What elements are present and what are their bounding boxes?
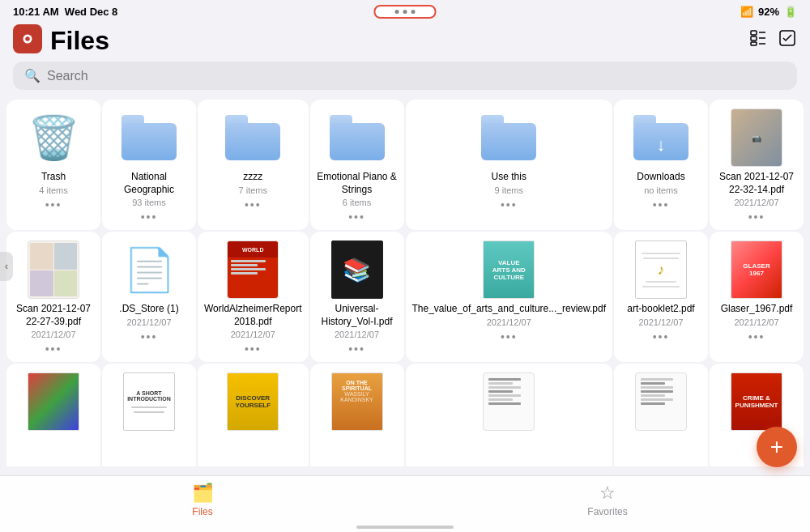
item-options[interactable]: ••• — [45, 198, 62, 211]
grid-icon — [748, 28, 768, 48]
item-name: Use this — [492, 171, 526, 184]
item-name: .DS_Store (1) — [119, 303, 178, 316]
status-time-date: 10:21 AM Wed Dec 8 — [13, 6, 117, 18]
list-item[interactable]: ON THESPIRITUAL WASSILYKANDINSKY — [310, 364, 404, 466]
item-options[interactable]: ••• — [501, 330, 518, 343]
folder-icon — [224, 109, 281, 166]
tab-files[interactable]: 🗂️ Files — [0, 483, 405, 517]
header-icons — [748, 28, 797, 53]
list-item[interactable]: ↓ Downloads no items ••• — [614, 100, 708, 230]
list-item[interactable]: GLASER1967 Glaser_1967.pdf 2021/12/07 ••… — [710, 232, 804, 362]
red-book2-icon: CRIME &PUNISHMENT — [728, 373, 785, 430]
item-meta: 6 items — [343, 198, 371, 207]
list-item[interactable]: A SHORTINTRODUCTION — [102, 364, 196, 466]
list-item[interactable]: 📷 Scan 2021-12-07 22-32-14.pdf 2021/12/0… — [710, 100, 804, 230]
tab-favorites[interactable]: ☆ Favorites — [405, 483, 810, 517]
dots-button[interactable] — [374, 5, 437, 19]
left-nav-arrow[interactable]: ‹ — [0, 252, 13, 281]
list-item[interactable]: Emotional Piano & Strings 6 items ••• — [310, 100, 404, 230]
folder-icon — [329, 109, 386, 166]
wifi-icon: 📶 — [740, 6, 753, 18]
search-bar[interactable]: 🔍 — [13, 62, 797, 90]
downloads-folder-icon: ↓ — [633, 109, 689, 166]
list-item[interactable]: zzzz 7 items ••• — [198, 100, 309, 230]
search-input[interactable] — [47, 69, 786, 83]
book-teal-icon: VALUEARTS AND CULTURE — [480, 241, 537, 298]
item-options[interactable]: ••• — [45, 343, 62, 355]
files-tab-icon: 🗂️ — [192, 483, 214, 504]
list-item[interactable]: 📄 .DS_Store (1) 2021/12/07 ••• — [102, 232, 196, 362]
item-meta: 4 items — [39, 185, 67, 195]
item-name: Scan 2021-12-07 22-27-39.pdf — [13, 303, 94, 328]
list-item[interactable]: 🗑️ Trash 4 items ••• — [6, 100, 100, 230]
item-meta: 9 items — [495, 185, 523, 195]
list-item[interactable]: DISCOVERYOURSELF — [198, 364, 309, 466]
battery-icon: 🔋 — [784, 6, 797, 18]
files-tab-label: Files — [192, 506, 212, 517]
list-item[interactable] — [406, 364, 613, 466]
item-options[interactable]: ••• — [245, 343, 262, 355]
list-item[interactable]: Scan 2021-12-07 22-27-39.pdf 2021/12/07 … — [6, 232, 100, 362]
list-item[interactable]: 📚 Universal-History_Vol-I.pdf 2021/12/07… — [310, 232, 404, 362]
list-item[interactable] — [6, 364, 100, 466]
item-meta: 2021/12/07 — [487, 317, 531, 327]
svg-rect-5 — [751, 42, 757, 45]
page-title: Files — [50, 26, 109, 56]
app-icon — [13, 24, 42, 53]
item-name: Scan 2021-12-07 22-32-14.pdf — [716, 171, 797, 196]
checkmark-icon — [778, 28, 797, 48]
list-item[interactable]: Use this 9 items ••• — [406, 100, 613, 230]
item-options[interactable]: ••• — [653, 198, 670, 211]
tab-bar: 🗂️ Files ☆ Favorites — [0, 475, 810, 532]
list-item[interactable]: VALUEARTS AND CULTURE The_value_of_arts_… — [406, 232, 613, 362]
item-meta: 2021/12/07 — [126, 317, 171, 327]
book-multicolor-icon: GLASER1967 — [728, 241, 785, 298]
item-options[interactable]: ••• — [245, 198, 262, 211]
item-name: zzzz — [243, 171, 262, 184]
status-icons: 📶 92% 🔋 — [740, 6, 797, 18]
folder-icon — [121, 109, 177, 166]
item-options[interactable]: ••• — [653, 330, 670, 343]
list-item[interactable]: WORLD WorldAlzheimerReport 2018.pdf 2021… — [198, 232, 309, 362]
item-name: Glaser_1967.pdf — [721, 303, 793, 316]
pdf-red-icon: WORLD — [224, 241, 281, 298]
item-options[interactable]: ••• — [348, 343, 365, 355]
checkmark-button[interactable] — [778, 28, 797, 53]
list-item[interactable] — [614, 364, 708, 466]
colorful-book-icon — [25, 373, 82, 430]
item-name: The_value_of_arts_and_culture..._review.… — [412, 303, 607, 316]
doc-icon: 📄 — [121, 241, 177, 298]
list-item[interactable]: National Geographic 93 items ••• — [102, 100, 196, 230]
svg-rect-3 — [751, 31, 757, 35]
item-options[interactable]: ••• — [141, 211, 158, 223]
white-book-icon: A SHORTINTRODUCTION — [121, 373, 177, 430]
grid-view-button[interactable] — [748, 28, 768, 53]
favorites-tab-label: Favorites — [587, 506, 627, 517]
list-item[interactable]: ♪ art-booklet2.pdf 2021/12/07 ••• — [614, 232, 708, 362]
item-options[interactable]: ••• — [141, 330, 158, 343]
lined-pdf2-icon — [633, 373, 689, 430]
dot1 — [395, 10, 399, 14]
item-name: Downloads — [637, 171, 684, 184]
svg-rect-4 — [751, 36, 757, 40]
item-options[interactable]: ••• — [748, 211, 765, 223]
app-logo — [19, 30, 36, 48]
item-name: art-booklet2.pdf — [627, 303, 694, 316]
add-button[interactable]: + — [757, 427, 797, 467]
item-meta: 2021/12/07 — [734, 198, 778, 207]
item-name: Trash — [41, 171, 66, 184]
item-options[interactable]: ••• — [501, 198, 518, 211]
folder-icon — [480, 109, 537, 166]
item-meta: 93 items — [132, 198, 166, 207]
item-options[interactable]: ••• — [748, 330, 765, 343]
favorites-tab-icon: ☆ — [599, 483, 616, 504]
item-meta: no items — [644, 185, 678, 195]
dot2 — [403, 10, 407, 14]
item-meta: 2021/12/07 — [638, 317, 683, 327]
yellow-book-icon: DISCOVERYOURSELF — [224, 373, 281, 430]
home-indicator — [356, 526, 454, 529]
dot3 — [411, 10, 416, 14]
item-meta: 2021/12/07 — [734, 317, 778, 327]
item-name: WorldAlzheimerReport 2018.pdf — [204, 303, 302, 328]
item-options[interactable]: ••• — [348, 211, 365, 223]
